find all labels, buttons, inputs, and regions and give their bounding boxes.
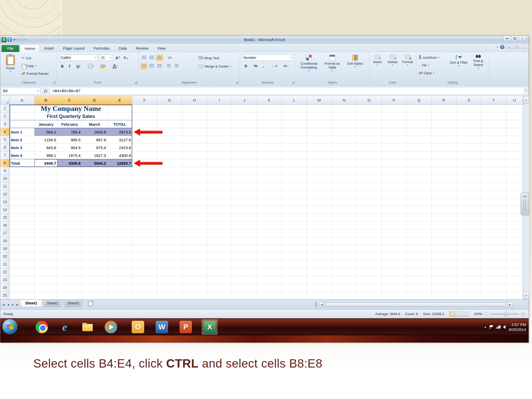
row-header-19[interactable]: 19 <box>0 245 10 253</box>
row-header-17[interactable]: 17 <box>0 229 10 237</box>
page-break-view-button[interactable] <box>462 311 468 316</box>
column-header-C[interactable]: C <box>57 96 82 105</box>
cell-C8-value[interactable]: 4340.8 <box>57 159 82 167</box>
row-header-2[interactable]: 2 <box>0 112 10 120</box>
minimize-button[interactable] <box>503 36 511 41</box>
column-header-Q[interactable]: Q <box>407 96 431 105</box>
find-select-button[interactable]: Find & Select ▾ <box>469 54 488 78</box>
horizontal-scroll-thumb[interactable] <box>325 303 506 307</box>
insert-function-icon[interactable]: fx <box>44 89 48 93</box>
cell-A2-subtitle[interactable]: First Quarterly Sales <box>10 112 132 120</box>
column-header-I[interactable]: I <box>207 96 232 105</box>
cell-E4-value[interactable]: 2973.5 <box>107 128 132 136</box>
bold-button[interactable]: B <box>59 63 66 69</box>
top-align-button[interactable] <box>141 55 147 61</box>
column-header-U[interactable]: U <box>506 96 523 105</box>
italic-button[interactable]: I <box>66 63 73 69</box>
cell-B4-value[interactable]: 564.2 <box>35 128 57 136</box>
paste-dropdown-arrow[interactable]: ▾ <box>10 70 11 73</box>
sheet-tab-sheet3[interactable]: Sheet3 <box>63 300 84 307</box>
column-header-N[interactable]: N <box>332 96 357 105</box>
taskbar-icon-windows-explorer[interactable] <box>80 320 95 335</box>
column-header-L[interactable]: L <box>282 96 307 105</box>
cell-E5-value[interactable]: 3127.6 <box>107 136 132 144</box>
ribbon-tab-home[interactable]: Home <box>20 45 40 52</box>
row-header-25[interactable]: 25 <box>0 292 10 300</box>
action-center-icon[interactable] <box>490 325 493 329</box>
cell-A4-label[interactable]: Item 1 <box>10 128 35 136</box>
name-box[interactable]: B8 ▾ <box>1 87 41 95</box>
row-header-24[interactable]: 24 <box>0 284 10 292</box>
cell-A5-label[interactable]: Item 2 <box>10 136 35 144</box>
row-header-22[interactable]: 22 <box>0 268 10 276</box>
cells-area[interactable]: My Company NameFirst Quarterly SalesJanu… <box>10 105 523 300</box>
middle-align-button[interactable] <box>148 55 155 61</box>
workbook-restore-button[interactable] <box>514 45 520 49</box>
sheet-tab-sheet2[interactable]: Sheet2 <box>42 300 63 307</box>
horizontal-scrollbar[interactable] <box>324 302 508 308</box>
column-header-J[interactable]: J <box>232 96 257 105</box>
scroll-up-button[interactable]: ▲ <box>523 96 529 103</box>
column-header-S[interactable]: S <box>456 96 481 105</box>
column-header-D[interactable]: D <box>82 96 107 105</box>
cell-header-january[interactable]: January <box>35 120 57 128</box>
ribbon-tab-formulas[interactable]: Formulas <box>89 44 114 52</box>
row-header-5[interactable]: 5 <box>0 136 10 144</box>
shrink-font-button[interactable]: A▼ <box>122 55 129 61</box>
zoom-level[interactable]: 100% <box>474 312 482 316</box>
row-header-11[interactable]: 11 <box>0 183 10 190</box>
vertical-scrollbar[interactable]: ▲ «« ▼ <box>523 96 529 300</box>
cut-button[interactable]: ✂ Cut <box>21 55 32 61</box>
cell-C5-value[interactable]: 995.5 <box>57 136 82 144</box>
scroll-collapse-handle[interactable]: «« <box>521 192 529 215</box>
number-format-combo[interactable]: Number▾ <box>242 55 293 61</box>
volume-icon[interactable] <box>503 325 506 329</box>
row-header-10[interactable]: 10 <box>0 175 10 183</box>
cell-D7-value[interactable]: 1627.3 <box>82 151 107 159</box>
cell-styles-button[interactable]: Cell Styles ▾ <box>344 54 366 78</box>
ribbon-tab-view[interactable]: View <box>153 44 170 52</box>
column-header-B[interactable]: B <box>35 96 57 105</box>
taskbar-icon-powerpoint[interactable]: P <box>178 320 194 335</box>
row-header-7[interactable]: 7 <box>0 151 10 159</box>
font-color-button[interactable]: A▾ <box>110 63 120 69</box>
cell-B8-value[interactable]: 3440.7 <box>35 159 57 167</box>
tab-splitter-handle[interactable] <box>315 302 317 308</box>
cell-A6-label[interactable]: Item 3 <box>10 144 35 151</box>
increase-decimal-button[interactable]: ←.0 <box>270 63 279 69</box>
taskbar-clock[interactable]: 2:07 PM 8/25/2014 <box>509 322 526 332</box>
taskbar-icon-internet-explorer[interactable]: e <box>57 320 72 335</box>
cell-E7-value[interactable]: 4300.8 <box>107 151 132 159</box>
paste-button[interactable]: Paste ▾ <box>2 54 18 78</box>
copy-dropdown-arrow[interactable]: ▾ <box>35 64 36 67</box>
conditional-formatting-button[interactable]: Conditional Formatting ▾ <box>297 54 320 78</box>
row-header-4[interactable]: 4 <box>0 128 10 136</box>
cell-B7-value[interactable]: 998.1 <box>35 151 57 159</box>
row-header-14[interactable]: 14 <box>0 206 10 214</box>
insert-cells-button[interactable]: ＋ Insert ▾ <box>370 54 385 78</box>
normal-view-button[interactable] <box>450 311 456 316</box>
merge-center-button[interactable]: ↔ Merge & Center ▾ <box>197 63 232 70</box>
align-center-button[interactable] <box>148 63 155 69</box>
cell-A7-label[interactable]: Item 4 <box>10 151 35 159</box>
row-header-18[interactable]: 18 <box>0 237 10 245</box>
last-sheet-button[interactable]: ▶| <box>15 302 20 307</box>
minimize-ribbon-icon[interactable]: ∧ <box>496 45 498 49</box>
cell-header-march[interactable]: March <box>82 120 107 128</box>
ribbon-tab-file[interactable]: File <box>2 45 19 52</box>
format-painter-button[interactable]: Format Painter <box>21 70 50 77</box>
row-header-13[interactable]: 13 <box>0 198 10 206</box>
row-header-9[interactable]: 9 <box>0 167 10 175</box>
cell-C7-value[interactable]: 1675.4 <box>57 151 82 159</box>
bottom-align-button[interactable] <box>156 55 163 61</box>
column-header-G[interactable]: G <box>157 96 182 105</box>
row-header-1[interactable]: 1 <box>0 105 10 112</box>
format-as-table-button[interactable]: Format as Table ▾ <box>321 54 343 78</box>
taskbar-icon-excel[interactable]: X <box>202 320 217 335</box>
orientation-button[interactable]: ab▾ <box>165 55 174 61</box>
column-header-H[interactable]: H <box>182 96 207 105</box>
workbook-minimize-button[interactable] <box>506 45 512 49</box>
sheet-tab-sheet1[interactable]: Sheet1 <box>20 300 42 307</box>
scroll-down-button[interactable]: ▼ <box>523 292 529 299</box>
grow-font-button[interactable]: A▲ <box>115 55 121 61</box>
